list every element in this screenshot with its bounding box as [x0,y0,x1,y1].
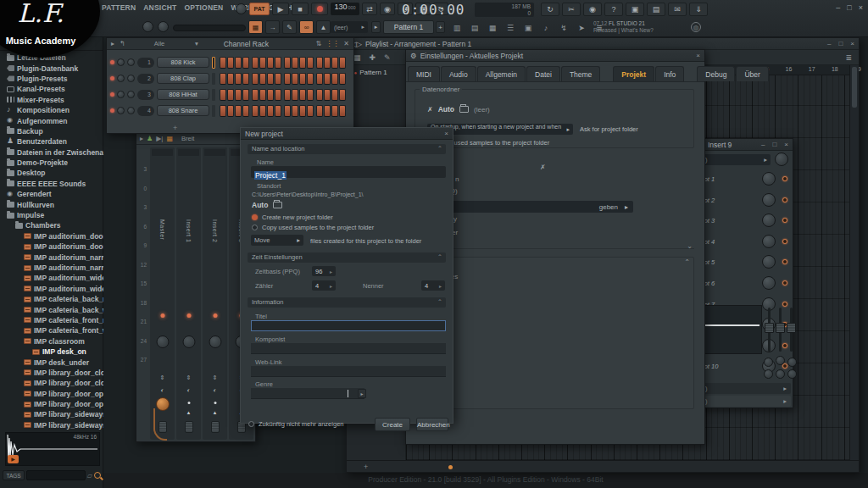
browser-item[interactable]: IMP desk_on [0,347,103,357]
folder-icon[interactable] [273,202,282,208]
step-cell[interactable] [220,57,226,69]
transport-extra-icon[interactable]: ⇄ [362,3,377,15]
step-cell[interactable] [227,89,234,101]
step-cell[interactable] [275,57,281,69]
mixer-strip[interactable]: Insert 1 ⇕ ◐ ▲ [176,147,201,440]
step-cell[interactable] [331,105,338,117]
channel-volume-knob[interactable] [127,75,135,82]
song-position-slider[interactable] [173,25,246,31]
step-cell[interactable] [259,57,266,69]
stop-button[interactable]: ■ [292,3,309,15]
browser-item[interactable]: Aufgenommen [0,115,103,125]
channel-pan-knob[interactable] [117,91,125,98]
pattern-add-button[interactable]: + [436,21,445,33]
radio-on-icon[interactable] [252,214,258,220]
step-cell[interactable] [235,89,242,101]
denominator-stepper[interactable]: 4▸ [421,280,445,291]
browser-item[interactable]: IMP library_sideways_back [0,409,103,419]
slot-enable-led[interactable] [782,343,787,348]
step-cell[interactable] [339,89,346,101]
minimize-icon[interactable]: – [836,3,840,12]
step-cell[interactable] [324,89,331,101]
eq-band-slider[interactable] [768,308,771,352]
phase-icon[interactable]: ◐ [186,387,190,393]
browser-item[interactable]: IMP library_door_closed_front [0,378,103,388]
time-display[interactable]: 0:00:00 [402,2,465,18]
section-information[interactable]: Information⌃ [248,297,446,308]
step-cell[interactable] [339,57,346,69]
step-cell[interactable] [292,89,298,101]
step-cell[interactable] [331,73,338,85]
browser-item[interactable]: Dateien in der Zwischenablage [0,147,103,158]
window-toggle-icon[interactable]: ▥ [449,20,465,35]
step-cell[interactable] [235,73,242,85]
stereo-sep-icon[interactable]: ⇕ [186,374,192,381]
close-icon[interactable]: × [859,3,863,12]
channel-pan-knob[interactable] [117,75,125,82]
step-cell[interactable] [227,105,234,117]
step-cell[interactable] [267,73,274,85]
toolbar-icon[interactable]: ↻ [541,3,559,16]
search-icon[interactable] [94,472,101,479]
channel-filter-dropdown[interactable]: Alle▾ [154,40,198,48]
step-cell[interactable] [339,73,346,85]
checkbox-icon[interactable] [248,421,254,427]
option-state-icon[interactable]: ✗ [540,164,546,171]
browser-item[interactable]: Backup [0,126,103,136]
menu-icon[interactable]: ≣ [845,53,852,62]
toolbar-icon[interactable]: ✉ [668,3,687,16]
step-cell[interactable] [316,105,323,117]
browser-item[interactable]: Plugin-Presets [0,74,103,84]
browser-item[interactable]: IMP cafeteria_front_wide [0,325,103,336]
browser-item[interactable]: IMP auditorium_doors_out [0,241,103,252]
browser-item[interactable]: Benutzerdaten [0,136,103,147]
stereo-sep-icon[interactable]: ⇕ [213,374,218,381]
channel-mute-led[interactable] [110,108,114,113]
browser-item[interactable]: Kanal-Presets [0,84,103,94]
play-button[interactable]: ▶ [272,3,289,15]
cancel-button[interactable]: Abbrechen [416,418,448,431]
channel-select-indicator[interactable] [212,73,215,85]
step-cell[interactable] [307,73,314,85]
step-cell[interactable] [307,105,314,117]
slot-mix-knob[interactable] [762,214,776,227]
section-name-location[interactable]: Name and location⌃ [248,144,446,154]
settings-tab[interactable]: Debug [697,66,735,81]
step-cell[interactable] [227,57,234,69]
playlist-hscrollbar[interactable]: + [347,460,859,472]
pencil-tool-icon[interactable]: ✎ [384,53,391,62]
browser-item[interactable]: IMP desk_under [0,357,103,367]
strip-fader-handle[interactable] [211,421,220,433]
main-volume-knob[interactable] [142,21,153,32]
settings-tab[interactable]: Theme [561,66,600,81]
step-cell[interactable] [220,89,226,101]
folder-icon[interactable] [459,106,469,113]
browser-item[interactable]: IMP auditorium_doors_in [0,231,103,241]
step-cell[interactable] [284,57,291,69]
eq-freq-knob[interactable] [776,356,785,365]
browser-item[interactable]: IMP cafeteria_back_narrow [0,294,103,304]
browser-item[interactable]: Hüllkurven [0,199,103,209]
komponist-input[interactable] [251,343,446,354]
auto-state-icon[interactable]: ✗ [427,106,433,114]
radio-off-icon[interactable] [252,225,258,230]
menu-item[interactable]: OPTIONEN [184,3,223,12]
settings-tab[interactable]: MIDI [408,66,440,81]
globe-icon[interactable]: ◍ [691,22,701,32]
browser-item[interactable]: Kompositionen [0,105,103,115]
close-icon[interactable]: ✕ [343,40,349,47]
settings-tab[interactable]: Datei [526,66,560,81]
strip-led[interactable] [186,313,191,318]
eq-width-knob[interactable] [764,369,773,379]
tool-icon[interactable]: ✎ [282,20,297,34]
settings-tab[interactable]: Über [736,66,768,81]
browser-item[interactable]: EEEE EEEE Sounds [0,179,103,189]
close-icon[interactable]: × [850,40,854,47]
slot-mix-knob[interactable] [762,255,776,269]
project-name-input[interactable]: Project_1 [251,166,446,178]
step-cell[interactable] [299,89,306,101]
toolbar-icon[interactable]: ◉ [583,3,602,16]
browser-item[interactable]: Plugin-Datenbank [0,63,103,73]
step-cell[interactable] [316,57,323,69]
main-knob[interactable] [236,3,247,14]
